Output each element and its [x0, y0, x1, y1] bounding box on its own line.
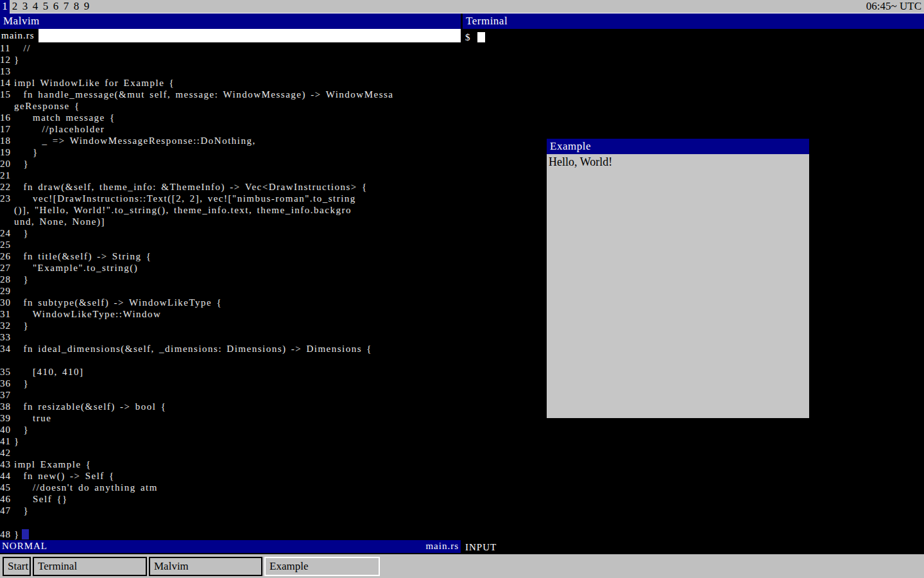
line-number: 39 — [0, 412, 14, 424]
workspace-button-active[interactable]: 1 — [0, 0, 10, 13]
code-row: 26 fn title(&self) -> String { — [0, 250, 461, 262]
line-number: 47 — [0, 505, 14, 516]
line-number: 40 — [0, 424, 14, 435]
editor-window: Malvim main.rs 11 // 12} 13 14impl Windo… — [0, 13, 461, 554]
editor-tab-row: main.rs — [0, 29, 461, 42]
code-text: Self {} — [14, 493, 68, 505]
line-number: 29 — [0, 285, 14, 297]
workspace-button[interactable]: 6 — [51, 0, 61, 13]
code-text: } — [14, 529, 20, 540]
code-row: 29 — [0, 285, 461, 297]
code-text: _ => WindowMessageResponse::DoNothing, — [14, 135, 256, 146]
code-text: fn ideal_dimensions(&self, _dimensions: … — [14, 343, 372, 355]
code-row: 46 Self {} — [0, 493, 461, 505]
code-text: //placeholder — [14, 123, 105, 135]
line-number: 30 — [0, 297, 14, 308]
line-number: 12 — [0, 54, 14, 66]
workspace-button[interactable]: 2 — [10, 0, 20, 13]
workspace-button[interactable]: 8 — [71, 0, 81, 13]
code-row: 31 WindowLikeType::Window — [0, 308, 461, 320]
code-row: 16 match message { — [0, 112, 461, 123]
code-text: impl WindowLike for Example { — [14, 77, 175, 89]
code-row: 12} — [0, 54, 461, 66]
line-number: 48 — [0, 529, 14, 540]
line-number: 38 — [0, 401, 14, 412]
tab-main-rs[interactable]: main.rs — [0, 29, 38, 42]
line-number: 33 — [0, 331, 14, 343]
code-text: fn resizable(&self) -> bool { — [14, 401, 166, 412]
line-number — [0, 216, 14, 227]
line-number: 19 — [0, 146, 14, 158]
taskbar-item-malvim[interactable]: Malvim — [149, 557, 262, 576]
start-button[interactable]: Start — [3, 557, 31, 576]
code-row: 13 — [0, 66, 461, 77]
line-number: 18 — [0, 135, 14, 146]
code-row: 41} — [0, 435, 461, 447]
line-number: 45 — [0, 482, 14, 493]
code-text: } — [14, 424, 29, 435]
code-row: 21 — [0, 170, 461, 181]
workspace-button[interactable]: 9 — [81, 0, 92, 13]
editor-statusbar: NORMAL main.rs — [0, 540, 461, 553]
taskbar-item-terminal[interactable]: Terminal — [33, 557, 147, 576]
workspace-button[interactable]: 3 — [20, 0, 30, 13]
workspace-button[interactable]: 7 — [61, 0, 71, 13]
code-row: 38 fn resizable(&self) -> bool { — [0, 401, 461, 412]
code-row: 22 fn draw(&self, theme_info: &ThemeInfo… — [0, 181, 461, 193]
workspace-button[interactable]: 4 — [30, 0, 40, 13]
terminal-titlebar[interactable]: Terminal — [463, 13, 924, 29]
code-row: 18 _ => WindowMessageResponse::DoNothing… — [0, 135, 461, 146]
workspace-buttons: 23456789 — [10, 0, 92, 13]
code-row: 36 } — [0, 378, 461, 389]
code-row: 27 "Example".to_string() — [0, 262, 461, 274]
workspace-bar: 1 23456789 06:45~ UTC — [0, 0, 924, 13]
code-row: 35 [410, 410] — [0, 366, 461, 378]
taskbar-item-example[interactable]: Example — [264, 557, 380, 576]
code-text: fn title(&self) -> String { — [14, 250, 151, 262]
line-number: 15 — [0, 89, 14, 100]
code-row: 47 } — [0, 505, 461, 516]
line-number: 17 — [0, 123, 14, 135]
statusbar-filename: main.rs — [425, 540, 459, 553]
code-row: und, None, None)] — [0, 216, 461, 227]
code-row: 34 fn ideal_dimensions(&self, _dimension… — [0, 343, 461, 355]
code-text: } — [14, 320, 29, 331]
workspace-button[interactable]: 5 — [40, 0, 51, 13]
code-row: 24 } — [0, 227, 461, 239]
line-number: 41 — [0, 435, 14, 447]
line-number: 21 — [0, 170, 14, 181]
line-number: 22 — [0, 181, 14, 193]
line-number: 46 — [0, 493, 14, 505]
code-row: 42 — [0, 447, 461, 459]
code-text: ()], "Hello, World!".to_string(), theme_… — [14, 204, 352, 216]
line-number: 13 — [0, 66, 14, 77]
code-text: // — [14, 42, 31, 54]
line-number: 43 — [0, 459, 14, 470]
code-text: } — [14, 227, 29, 239]
editor-titlebar[interactable]: Malvim — [0, 13, 461, 29]
line-number: 31 — [0, 308, 14, 320]
example-titlebar[interactable]: Example — [547, 139, 809, 154]
line-number: 11 — [0, 42, 14, 54]
code-row: 14impl WindowLike for Example { — [0, 77, 461, 89]
code-text: vec![DrawInstructions::Text([2, 2], vec!… — [14, 193, 356, 204]
line-number — [0, 355, 14, 366]
code-text: } — [14, 274, 29, 285]
code-area[interactable]: 11 // 12} 13 14impl WindowLike for Examp… — [0, 42, 461, 529]
code-row: 32 } — [0, 320, 461, 331]
code-text: geResponse { — [14, 100, 80, 112]
line-number: 27 — [0, 262, 14, 274]
line-number: 42 — [0, 447, 14, 459]
code-text: WindowLikeType::Window — [14, 308, 161, 320]
code-text: } — [14, 146, 38, 158]
line-number: 44 — [0, 470, 14, 482]
code-text: fn subtype(&self) -> WindowLikeType { — [14, 297, 222, 308]
code-row: 43impl Example { — [0, 459, 461, 470]
terminal-cursor — [477, 32, 485, 42]
code-row: ()], "Hello, World!".to_string(), theme_… — [0, 204, 461, 216]
code-row: 15 fn handle_message(&mut self, message:… — [0, 89, 461, 100]
line-number: 14 — [0, 77, 14, 89]
code-text: [410, 410] — [14, 366, 84, 378]
code-row: 39 true — [0, 412, 461, 424]
code-text: impl Example { — [14, 459, 92, 470]
